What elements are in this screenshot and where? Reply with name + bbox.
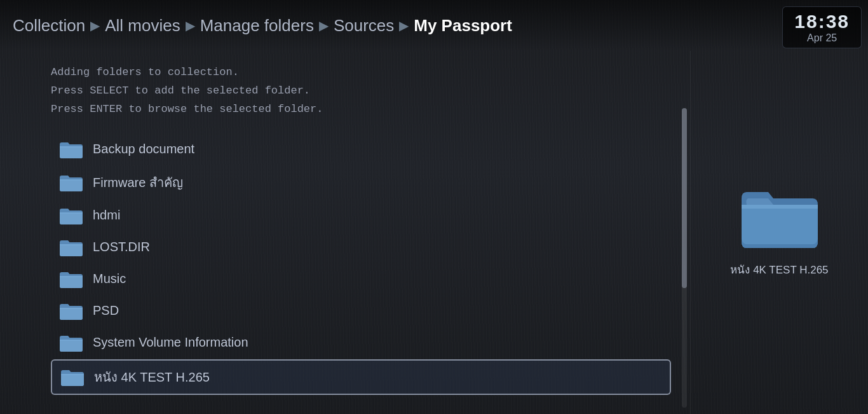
clock-widget: 18:38 Apr 25 <box>782 6 862 48</box>
clock-date: Apr 25 <box>794 32 850 44</box>
folder-name: Music <box>93 272 126 286</box>
folder-list: Backup document Firmware สำคัญ hdmi <box>51 134 671 395</box>
breadcrumb-manage-folders[interactable]: Manage folders <box>200 16 314 36</box>
list-item[interactable]: Music <box>51 264 671 294</box>
instruction-line-1: Adding folders to collection. <box>51 64 671 82</box>
list-item[interactable]: PSD <box>51 296 671 326</box>
list-item-selected[interactable]: หนัง 4K TEST H.265 <box>51 359 671 395</box>
instruction-line-2: Press SELECT to add the selected folder. <box>51 82 671 100</box>
list-item[interactable]: Firmware สำคัญ <box>51 166 671 199</box>
header: Collection ▶ All movies ▶ Manage folders… <box>0 0 868 51</box>
breadcrumb-sep-4: ▶ <box>399 18 409 33</box>
list-item[interactable]: LOST.DIR <box>51 232 671 263</box>
breadcrumb-sep-3: ▶ <box>319 18 329 33</box>
instructions: Adding folders to collection. Press SELE… <box>51 64 671 119</box>
folder-icon <box>60 302 83 320</box>
folder-icon <box>60 334 83 352</box>
instruction-line-3: Press ENTER to browse the selected folde… <box>51 100 671 119</box>
preview-label: หนัง 4K TEST H.265 <box>730 261 828 278</box>
folder-icon <box>60 141 83 158</box>
folder-icon <box>60 207 83 224</box>
list-item[interactable]: System Volume Information <box>51 328 671 358</box>
breadcrumb-sources[interactable]: Sources <box>334 16 394 36</box>
folder-name: System Volume Information <box>93 335 248 350</box>
folder-name: Backup document <box>93 142 194 156</box>
breadcrumb-my-passport[interactable]: My Passport <box>414 16 512 36</box>
scrollbar[interactable] <box>682 108 687 408</box>
folder-name: PSD <box>93 303 119 318</box>
folder-name: LOST.DIR <box>93 240 150 254</box>
folder-icon <box>61 368 84 386</box>
main-content: Adding folders to collection. Press SELE… <box>0 51 868 414</box>
folder-name: hdmi <box>93 208 120 223</box>
folder-name: หนัง 4K TEST H.265 <box>94 367 210 387</box>
breadcrumb: Collection ▶ All movies ▶ Manage folders… <box>13 16 512 36</box>
breadcrumb-sep-2: ▶ <box>186 18 195 33</box>
scrollbar-thumb[interactable] <box>682 108 687 288</box>
breadcrumb-collection[interactable]: Collection <box>13 16 85 36</box>
folder-icon <box>60 174 83 191</box>
preview-folder-icon <box>742 187 818 248</box>
clock-time: 18:38 <box>794 11 850 32</box>
folder-name: Firmware สำคัญ <box>93 172 183 193</box>
list-item[interactable]: Backup document <box>51 134 671 165</box>
breadcrumb-sep-1: ▶ <box>90 18 100 33</box>
preview-panel: หนัง 4K TEST H.265 <box>690 51 868 414</box>
breadcrumb-all-movies[interactable]: All movies <box>105 16 180 36</box>
folder-icon <box>60 238 83 256</box>
folder-icon <box>60 270 83 288</box>
file-panel: Adding folders to collection. Press SELE… <box>0 51 690 414</box>
list-item[interactable]: hdmi <box>51 200 671 231</box>
